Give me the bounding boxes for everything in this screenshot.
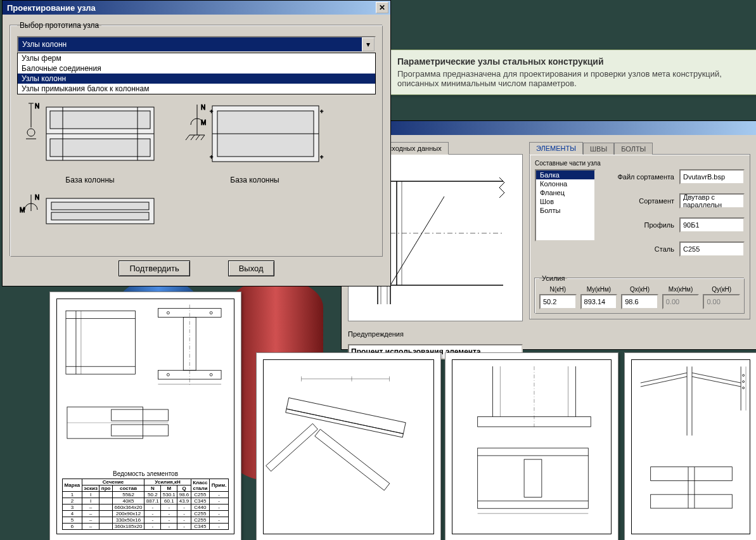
svg-rect-89 [651,494,733,508]
tab-welds[interactable]: ШВЫ [583,143,614,155]
combo-item-3[interactable]: Узлы примыкания балок к колоннам [18,84,375,94]
exit-button[interactable]: Выход [228,260,274,276]
svg-point-85 [743,375,745,376]
parts-item-4[interactable]: Болты [536,206,594,215]
svg-rect-42 [51,212,149,220]
parts-label: Составные части узла [535,160,745,167]
svg-point-53 [167,373,169,376]
svg-text:M: M [20,207,25,214]
combo-item-1[interactable]: Балочные соединения [18,63,375,74]
svg-rect-41 [51,202,149,210]
prototype-groupbox: Выбор прототипа узла Узлы колонн ▾ Узлы … [10,21,383,257]
sheet-1: Ведомость элементов МаркаСечениеУсилия,к… [49,292,241,540]
design-title: Проектирование узла [4,3,96,13]
design-titlebar[interactable]: Проектирование узла ✕ [3,1,390,15]
combo-dropdown: Узлы ферм Балочные соединения Узлы колон… [17,53,376,94]
svg-text:+: + [210,108,213,115]
svg-rect-63 [315,429,390,491]
svg-rect-62 [286,409,404,437]
combo-item-0[interactable]: Узлы ферм [18,53,375,63]
force-label-0: N(кН) [539,286,577,293]
prototype-combo[interactable]: Узлы колонн ▾ [17,36,376,53]
svg-rect-76 [478,448,589,508]
svg-point-54 [210,373,212,376]
svg-rect-61 [286,398,406,434]
parts-item-2[interactable]: Фланец [536,188,594,197]
svg-text:+: + [320,154,323,160]
svg-text:N: N [201,104,205,111]
parts-listbox[interactable]: Балка Колонна Фланец Шов Болты [535,169,596,241]
thumb2-label: База колонны [182,176,328,184]
chevron-down-icon[interactable]: ▾ [362,37,375,51]
svg-line-26 [186,135,189,140]
elements-table: МаркаСечениеУсилия,кНКласссталиПрим.эски… [62,479,229,530]
force-input-3: 0.00 [662,294,700,309]
svg-rect-58 [112,409,169,421]
force-label-1: My(кНм) [580,286,618,293]
force-input-0[interactable]: 50.2 [539,294,577,309]
design-dialog: Проектирование узла ✕ Выбор прототипа уз… [2,0,391,286]
thumb-column-base-1[interactable]: N [17,100,163,176]
svg-line-8 [390,196,444,285]
sheet3-drawing [452,360,611,534]
sheet4-drawing [632,360,750,534]
combo-selected-text: Узлы колонн [18,37,362,51]
properties-window: Свойства Задание исходных данных [341,120,756,350]
svg-point-86 [743,381,745,383]
svg-rect-17 [50,139,150,157]
tooltip-body: Программа предназначена для проектирован… [397,69,756,88]
svg-point-13 [27,129,35,136]
sheet2-drawing [264,360,433,534]
field-input-0[interactable]: DvutavrB.bsp [679,169,745,184]
svg-rect-16 [50,111,150,129]
parts-item-0[interactable]: Балка [536,170,594,179]
force-input-1[interactable]: 893.14 [580,294,618,309]
prototype-legend: Выбор прототипа узла [17,21,101,30]
svg-rect-64 [266,423,318,471]
svg-text:N: N [35,103,39,110]
confirm-button[interactable]: Подтвердить [119,260,189,276]
sheet-2 [256,352,441,540]
sheet-table-title: Ведомость элементов [62,470,229,477]
thumb-column-base-2[interactable]: N M ++ ++ [182,100,328,176]
force-input-4: 0.00 [703,294,740,309]
field-label-1: Сортамент [605,197,674,205]
thumb-column-base-3[interactable]: N M [17,193,163,229]
svg-rect-88 [651,467,733,481]
svg-rect-79 [524,460,542,498]
field-label-3: Сталь [605,245,674,253]
element-tabs: ЭЛЕМЕНТЫ ШВЫ БОЛТЫ [529,141,750,154]
svg-line-28 [196,135,200,140]
parts-item-3[interactable]: Шов [536,197,594,206]
svg-point-52 [210,312,212,314]
svg-rect-43 [66,311,136,375]
svg-text:M: M [201,119,206,126]
parts-item-1[interactable]: Колонна [536,179,594,188]
svg-text:+: + [320,108,323,115]
field-label-0: Файл сортамента [605,173,674,181]
field-input-1[interactable]: Двутавр с параллельн [679,193,745,209]
svg-rect-59 [112,425,169,436]
force-label-3: Mx(кНм) [662,286,700,293]
warnings-label: Предупреждения [348,330,523,338]
sheet-3 [445,352,618,540]
tab-elements[interactable]: ЭЛЕМЕНТЫ [529,142,583,155]
properties-titlebar: Свойства [342,121,756,135]
svg-line-27 [191,135,195,140]
force-input-2[interactable]: 98.6 [621,294,658,309]
svg-point-51 [167,312,169,314]
close-icon[interactable]: ✕ [376,2,388,13]
force-label-2: Qx(кН) [621,286,658,293]
sheet-4 [624,352,756,540]
field-input-2[interactable]: 90Б1 [679,217,745,233]
svg-line-29 [201,135,205,140]
field-input-3[interactable]: С255 [679,241,745,257]
combo-item-2[interactable]: Узлы колонн [18,74,375,84]
svg-text:+: + [210,154,213,160]
info-tooltip: Параметрические узлы стальных конструкци… [370,49,756,95]
forces-group-label: Усилия [539,274,567,282]
tooltip-title: Параметрические узлы стальных конструкци… [397,56,756,67]
tab-bolts[interactable]: БОЛТЫ [614,143,653,155]
force-label-4: Qy(кН) [703,286,740,293]
svg-text:N: N [35,194,39,201]
